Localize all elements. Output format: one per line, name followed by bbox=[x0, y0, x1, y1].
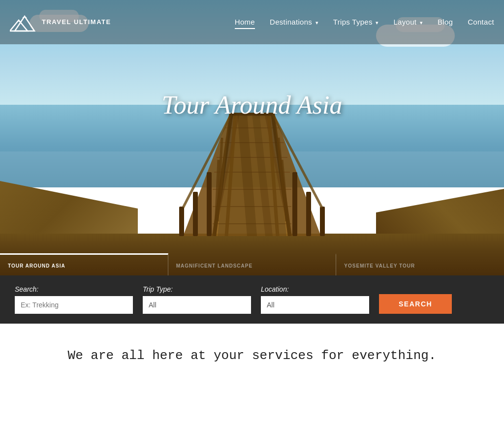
location-label: Location: bbox=[261, 285, 369, 293]
logo-link[interactable]: TRAVEL ULTIMATE bbox=[10, 11, 111, 33]
chevron-down-icon-2: ▾ bbox=[374, 20, 379, 26]
tagline-section: We are all here at your services for eve… bbox=[0, 324, 504, 378]
slide-2[interactable]: MAGNIFICENT LANDSCAPE bbox=[168, 253, 337, 275]
nav-link-contact[interactable]: Contact bbox=[468, 18, 494, 26]
nav-item-destinations[interactable]: Destinations ▾ bbox=[270, 18, 318, 27]
trip-type-select[interactable]: All Adventure Cultural Beach Mountain bbox=[143, 296, 251, 314]
navbar: TRAVEL ULTIMATE Home Destinations ▾ Trip… bbox=[0, 0, 504, 44]
trip-type-group: Trip Type: All Adventure Cultural Beach … bbox=[143, 285, 251, 314]
search-input[interactable] bbox=[15, 296, 133, 314]
chevron-down-icon: ▾ bbox=[314, 20, 318, 26]
search-label: Search: bbox=[15, 285, 133, 293]
svg-rect-16 bbox=[207, 172, 212, 236]
hero-title: Tour Around Asia bbox=[161, 90, 342, 119]
search-bar: Search: Trip Type: All Adventure Cultura… bbox=[0, 275, 504, 324]
nav-link-home[interactable]: Home bbox=[235, 18, 255, 29]
nav-link-trips[interactable]: Trips Types ▾ bbox=[333, 18, 379, 26]
slide-2-label: MAGNIFICENT LANDSCAPE bbox=[176, 263, 252, 269]
nav-links: Home Destinations ▾ Trips Types ▾ Layout… bbox=[235, 18, 494, 27]
slide-3-label: YOSEMITE VALLEY TOUR bbox=[344, 263, 415, 269]
location-select[interactable]: All Asia Europe Americas Africa bbox=[261, 296, 369, 314]
nav-item-home[interactable]: Home bbox=[235, 18, 255, 27]
svg-rect-17 bbox=[193, 192, 198, 236]
svg-rect-21 bbox=[320, 207, 325, 236]
svg-rect-18 bbox=[179, 207, 184, 236]
search-button[interactable]: SEARCH bbox=[379, 294, 452, 314]
tagline-text: We are all here at your services for eve… bbox=[10, 348, 494, 363]
nav-link-destinations[interactable]: Destinations ▾ bbox=[270, 18, 318, 26]
logo-mountain-icon bbox=[10, 11, 37, 33]
nav-link-layout[interactable]: Layout ▾ bbox=[393, 18, 423, 26]
nav-item-layout[interactable]: Layout ▾ bbox=[393, 18, 423, 27]
svg-marker-32 bbox=[22, 16, 27, 18]
nav-link-blog[interactable]: Blog bbox=[438, 18, 453, 26]
nav-item-trips[interactable]: Trips Types ▾ bbox=[333, 18, 379, 27]
trip-type-label: Trip Type: bbox=[143, 285, 251, 293]
slide-3[interactable]: YOSEMITE VALLEY TOUR bbox=[336, 253, 504, 275]
slide-1[interactable]: TOUR AROUND ASIA bbox=[0, 253, 168, 275]
svg-rect-19 bbox=[292, 172, 297, 236]
nav-item-blog[interactable]: Blog bbox=[438, 18, 453, 27]
location-group: Location: All Asia Europe Americas Afric… bbox=[261, 285, 369, 314]
brand-name: TRAVEL ULTIMATE bbox=[42, 18, 111, 26]
nav-item-contact[interactable]: Contact bbox=[468, 18, 494, 27]
slide-1-label: TOUR AROUND ASIA bbox=[8, 263, 65, 269]
search-group: Search: bbox=[15, 285, 133, 314]
svg-rect-20 bbox=[306, 192, 311, 236]
chevron-down-icon-3: ▾ bbox=[418, 20, 423, 26]
svg-marker-30 bbox=[15, 16, 34, 31]
slide-indicators: TOUR AROUND ASIA MAGNIFICENT LANDSCAPE Y… bbox=[0, 253, 504, 275]
